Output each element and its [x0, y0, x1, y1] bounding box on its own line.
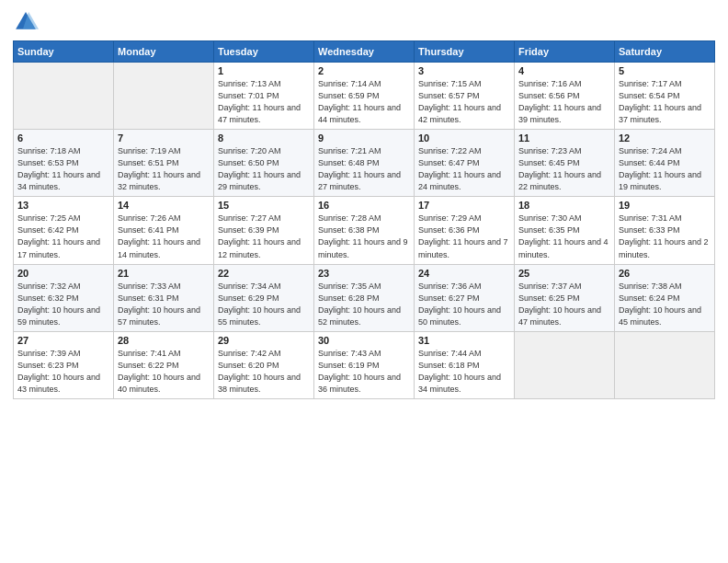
day-info: Sunrise: 7:28 AMSunset: 6:38 PMDaylight:…: [318, 213, 410, 260]
day-number: 26: [619, 268, 711, 279]
day-number: 9: [318, 132, 410, 144]
day-number: 7: [118, 132, 210, 144]
day-number: 29: [218, 335, 310, 346]
day-info: Sunrise: 7:14 AMSunset: 6:59 PMDaylight:…: [318, 78, 410, 126]
day-number: 15: [218, 200, 310, 211]
calendar-cell: 12Sunrise: 7:24 AMSunset: 6:44 PMDayligh…: [615, 130, 715, 197]
day-info: Sunrise: 7:19 AMSunset: 6:51 PMDaylight:…: [118, 145, 210, 193]
calendar-week-row: 6Sunrise: 7:18 AMSunset: 6:53 PMDaylight…: [14, 130, 715, 197]
day-number: 1: [218, 65, 310, 76]
day-number: 24: [418, 268, 510, 279]
calendar-table: SundayMondayTuesdayWednesdayThursdayFrid…: [13, 40, 715, 399]
day-info: Sunrise: 7:35 AMSunset: 6:28 PMDaylight:…: [318, 281, 410, 328]
calendar-cell: 14Sunrise: 7:26 AMSunset: 6:41 PMDayligh…: [114, 197, 214, 264]
day-number: 28: [118, 335, 210, 346]
calendar-cell: 1Sunrise: 7:13 AMSunset: 7:01 PMDaylight…: [214, 63, 314, 130]
calendar-cell: [515, 331, 615, 398]
calendar-cell: 6Sunrise: 7:18 AMSunset: 6:53 PMDaylight…: [14, 130, 114, 197]
calendar-cell: 7Sunrise: 7:19 AMSunset: 6:51 PMDaylight…: [114, 130, 214, 197]
calendar-week-row: 20Sunrise: 7:32 AMSunset: 6:32 PMDayligh…: [14, 264, 715, 331]
day-info: Sunrise: 7:42 AMSunset: 6:20 PMDaylight:…: [218, 348, 310, 396]
day-number: 18: [518, 200, 610, 211]
calendar-cell: 26Sunrise: 7:38 AMSunset: 6:24 PMDayligh…: [615, 264, 715, 331]
calendar-header-monday: Monday: [114, 41, 214, 63]
day-info: Sunrise: 7:16 AMSunset: 6:56 PMDaylight:…: [518, 78, 610, 126]
calendar-cell: 15Sunrise: 7:27 AMSunset: 6:39 PMDayligh…: [214, 197, 314, 264]
calendar-cell: 18Sunrise: 7:30 AMSunset: 6:35 PMDayligh…: [515, 197, 615, 264]
calendar-week-row: 27Sunrise: 7:39 AMSunset: 6:23 PMDayligh…: [14, 331, 715, 398]
day-number: 4: [518, 65, 610, 76]
day-info: Sunrise: 7:43 AMSunset: 6:19 PMDaylight:…: [318, 348, 410, 396]
calendar-cell: 13Sunrise: 7:25 AMSunset: 6:42 PMDayligh…: [14, 197, 114, 264]
calendar-cell: [615, 331, 715, 398]
day-number: 22: [218, 268, 310, 279]
calendar-cell: 16Sunrise: 7:28 AMSunset: 6:38 PMDayligh…: [314, 197, 415, 264]
day-info: Sunrise: 7:23 AMSunset: 6:45 PMDaylight:…: [518, 145, 610, 193]
day-info: Sunrise: 7:29 AMSunset: 6:36 PMDaylight:…: [418, 213, 510, 260]
calendar-cell: 8Sunrise: 7:20 AMSunset: 6:50 PMDaylight…: [214, 130, 314, 197]
day-number: 23: [318, 268, 410, 279]
day-info: Sunrise: 7:22 AMSunset: 6:47 PMDaylight:…: [418, 145, 510, 193]
day-info: Sunrise: 7:21 AMSunset: 6:48 PMDaylight:…: [318, 145, 410, 193]
day-number: 8: [218, 132, 310, 144]
calendar-header-row: SundayMondayTuesdayWednesdayThursdayFrid…: [14, 41, 715, 63]
day-number: 16: [318, 200, 410, 211]
calendar-cell: 28Sunrise: 7:41 AMSunset: 6:22 PMDayligh…: [114, 331, 214, 398]
day-info: Sunrise: 7:37 AMSunset: 6:25 PMDaylight:…: [518, 281, 610, 328]
day-number: 10: [418, 132, 510, 144]
day-info: Sunrise: 7:34 AMSunset: 6:29 PMDaylight:…: [218, 281, 310, 328]
calendar-cell: 11Sunrise: 7:23 AMSunset: 6:45 PMDayligh…: [515, 130, 615, 197]
calendar-header-wednesday: Wednesday: [314, 41, 415, 63]
day-info: Sunrise: 7:33 AMSunset: 6:31 PMDaylight:…: [118, 281, 210, 328]
calendar-cell: 20Sunrise: 7:32 AMSunset: 6:32 PMDayligh…: [14, 264, 114, 331]
calendar-week-row: 13Sunrise: 7:25 AMSunset: 6:42 PMDayligh…: [14, 197, 715, 264]
day-info: Sunrise: 7:36 AMSunset: 6:27 PMDaylight:…: [418, 281, 510, 328]
calendar-cell: 5Sunrise: 7:17 AMSunset: 6:54 PMDaylight…: [615, 63, 715, 130]
day-info: Sunrise: 7:13 AMSunset: 7:01 PMDaylight:…: [218, 78, 310, 126]
day-number: 11: [518, 132, 610, 144]
calendar-header-saturday: Saturday: [615, 41, 715, 63]
calendar-cell: 27Sunrise: 7:39 AMSunset: 6:23 PMDayligh…: [14, 331, 114, 398]
day-number: 3: [418, 65, 510, 76]
day-number: 14: [118, 200, 210, 211]
day-number: 21: [118, 268, 210, 279]
day-info: Sunrise: 7:24 AMSunset: 6:44 PMDaylight:…: [619, 145, 711, 193]
day-info: Sunrise: 7:31 AMSunset: 6:33 PMDaylight:…: [619, 213, 711, 260]
day-info: Sunrise: 7:17 AMSunset: 6:54 PMDaylight:…: [619, 78, 711, 126]
day-number: 30: [318, 335, 410, 346]
logo-icon: [13, 9, 39, 35]
day-number: 6: [17, 132, 109, 144]
calendar-header-sunday: Sunday: [14, 41, 114, 63]
day-info: Sunrise: 7:15 AMSunset: 6:57 PMDaylight:…: [418, 78, 510, 126]
day-info: Sunrise: 7:39 AMSunset: 6:23 PMDaylight:…: [17, 348, 109, 396]
calendar-cell: 31Sunrise: 7:44 AMSunset: 6:18 PMDayligh…: [415, 331, 515, 398]
day-number: 31: [418, 335, 510, 346]
day-number: 25: [518, 268, 610, 279]
day-info: Sunrise: 7:18 AMSunset: 6:53 PMDaylight:…: [17, 145, 109, 193]
calendar-cell: 25Sunrise: 7:37 AMSunset: 6:25 PMDayligh…: [515, 264, 615, 331]
calendar-cell: 29Sunrise: 7:42 AMSunset: 6:20 PMDayligh…: [214, 331, 314, 398]
calendar-cell: 30Sunrise: 7:43 AMSunset: 6:19 PMDayligh…: [314, 331, 415, 398]
day-info: Sunrise: 7:27 AMSunset: 6:39 PMDaylight:…: [218, 213, 310, 260]
calendar-cell: 21Sunrise: 7:33 AMSunset: 6:31 PMDayligh…: [114, 264, 214, 331]
day-info: Sunrise: 7:26 AMSunset: 6:41 PMDaylight:…: [118, 213, 210, 260]
calendar-cell: 23Sunrise: 7:35 AMSunset: 6:28 PMDayligh…: [314, 264, 415, 331]
day-number: 12: [619, 132, 711, 144]
calendar-header-friday: Friday: [515, 41, 615, 63]
calendar-cell: 4Sunrise: 7:16 AMSunset: 6:56 PMDaylight…: [515, 63, 615, 130]
calendar-cell: 9Sunrise: 7:21 AMSunset: 6:48 PMDaylight…: [314, 130, 415, 197]
calendar-header-thursday: Thursday: [415, 41, 515, 63]
day-number: 19: [619, 200, 711, 211]
calendar-cell: [14, 63, 114, 130]
calendar-cell: 22Sunrise: 7:34 AMSunset: 6:29 PMDayligh…: [214, 264, 314, 331]
calendar-header-tuesday: Tuesday: [214, 41, 314, 63]
calendar-cell: 17Sunrise: 7:29 AMSunset: 6:36 PMDayligh…: [415, 197, 515, 264]
day-info: Sunrise: 7:32 AMSunset: 6:32 PMDaylight:…: [17, 281, 109, 328]
day-number: 17: [418, 200, 510, 211]
day-number: 13: [17, 200, 109, 211]
logo: [13, 9, 42, 35]
day-number: 20: [17, 268, 109, 279]
day-info: Sunrise: 7:44 AMSunset: 6:18 PMDaylight:…: [418, 348, 510, 396]
header: [13, 9, 715, 35]
day-info: Sunrise: 7:41 AMSunset: 6:22 PMDaylight:…: [118, 348, 210, 396]
